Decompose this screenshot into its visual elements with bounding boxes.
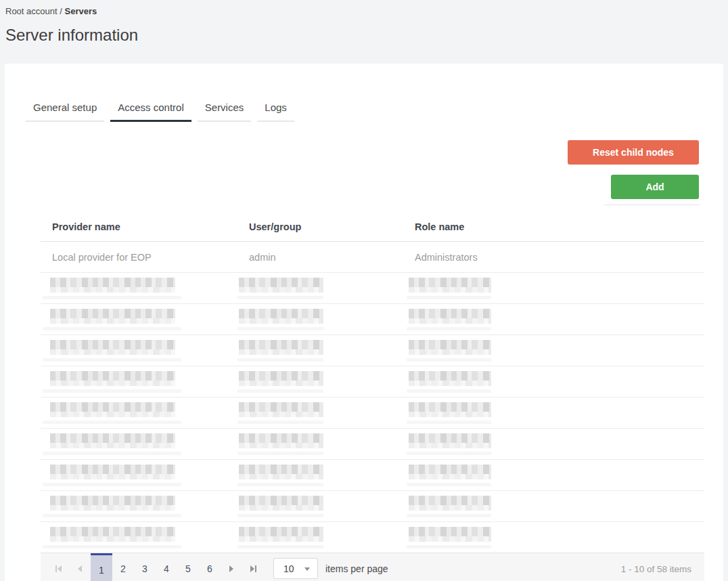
- redacted-block: [409, 371, 491, 381]
- redacted-block: [43, 514, 181, 517]
- cell-role-name-redacted: [403, 309, 569, 330]
- breadcrumb: Root account / Servers: [5, 6, 138, 16]
- table-row-redacted: [41, 429, 704, 460]
- redacted-block: [239, 318, 323, 324]
- redacted-block: [407, 327, 491, 330]
- redacted-block: [237, 452, 323, 455]
- redacted-block: [50, 496, 175, 505]
- pager-page-6[interactable]: 6: [199, 553, 221, 581]
- pager-page-1[interactable]: 1: [91, 553, 112, 581]
- pager-page-4[interactable]: 4: [156, 553, 177, 581]
- redacted-block: [239, 496, 323, 505]
- redacted-block: [43, 545, 181, 548]
- redacted-block: [409, 340, 491, 349]
- redacted-block: [239, 505, 323, 511]
- cell-role-name-redacted: [403, 402, 569, 424]
- cell-user-group-redacted: [237, 496, 403, 517]
- cell-provider-name-redacted: [41, 496, 237, 517]
- add-button[interactable]: Add: [611, 175, 699, 199]
- redacted-block: [43, 296, 181, 299]
- redacted-block: [407, 389, 491, 393]
- table-row-redacted: [41, 366, 704, 397]
- table-row: Local provider for EOPadminAdministrator…: [41, 242, 704, 273]
- redacted-block: [409, 474, 491, 479]
- pager-prev-button[interactable]: [69, 553, 91, 581]
- column-header-role-name[interactable]: Role name: [403, 221, 569, 232]
- redacted-block: [239, 474, 323, 479]
- redacted-block: [409, 402, 491, 412]
- redacted-block: [43, 389, 181, 393]
- reset-child-nodes-button[interactable]: Reset child nodes: [568, 140, 699, 165]
- breadcrumb-separator: /: [60, 6, 62, 16]
- tab-access-control[interactable]: Access control: [110, 93, 191, 122]
- redacted-block: [239, 349, 323, 355]
- pager-pages: 123456: [91, 553, 221, 581]
- breadcrumb-root-account[interactable]: Root account: [5, 6, 58, 16]
- tab-services[interactable]: Services: [198, 93, 252, 122]
- page-size-value: 10: [274, 563, 304, 574]
- redacted-block: [50, 505, 175, 511]
- access-control-grid: Provider nameUser/groupRole name Local p…: [41, 212, 704, 581]
- redacted-block: [239, 309, 323, 318]
- cell-role-name-redacted: [403, 527, 569, 548]
- pager-page-3[interactable]: 3: [134, 553, 156, 581]
- cell-user-group: admin: [237, 252, 403, 263]
- redacted-block: [43, 421, 181, 424]
- cell-user-group-redacted: [237, 309, 403, 330]
- pager-page-5[interactable]: 5: [177, 553, 199, 581]
- cell-role-name-redacted: [403, 371, 569, 393]
- redacted-block: [50, 371, 175, 381]
- redacted-block: [237, 421, 323, 424]
- redacted-block: [409, 536, 491, 542]
- redacted-block: [43, 483, 181, 486]
- redacted-block: [239, 371, 323, 381]
- redacted-block: [50, 340, 175, 349]
- redacted-block: [239, 287, 323, 293]
- items-per-page-label: items per page: [325, 563, 388, 574]
- redacted-block: [50, 465, 175, 474]
- pager-next-button[interactable]: [221, 553, 242, 581]
- redacted-block: [50, 474, 175, 479]
- redacted-block: [239, 536, 323, 542]
- redacted-block: [409, 287, 491, 293]
- pager-page-2[interactable]: 2: [112, 553, 134, 581]
- page-title: Server information: [5, 26, 138, 45]
- cell-user-group-redacted: [237, 402, 403, 424]
- redacted-block: [409, 318, 491, 324]
- tab-general-setup[interactable]: General setup: [26, 93, 104, 122]
- page-header: Root account / Servers Server informatio…: [5, 6, 138, 45]
- cell-role-name-redacted: [403, 278, 569, 299]
- cell-role-name-redacted: [403, 496, 569, 517]
- cell-user-group-redacted: [237, 371, 403, 393]
- redacted-block: [239, 278, 323, 287]
- redacted-block: [50, 527, 175, 536]
- column-header-user-group[interactable]: User/group: [237, 221, 403, 232]
- redacted-block: [239, 381, 323, 386]
- pager-range-info: 1 - 10 of 58 items: [621, 564, 691, 574]
- column-header-provider-name[interactable]: Provider name: [41, 221, 237, 232]
- cell-user-group-redacted: [237, 465, 403, 486]
- redacted-block: [407, 514, 491, 517]
- table-row-redacted: [41, 397, 704, 429]
- cell-provider-name-redacted: [41, 340, 237, 362]
- redacted-block: [50, 349, 175, 355]
- redacted-block: [239, 433, 323, 443]
- content-card: General setupAccess controlServicesLogs …: [5, 64, 723, 581]
- redacted-block: [407, 296, 491, 299]
- cell-user-group-redacted: [237, 340, 403, 362]
- redacted-block: [50, 278, 175, 287]
- cell-role-name-redacted: [403, 340, 569, 362]
- redacted-block: [50, 381, 175, 386]
- redacted-block: [409, 465, 491, 474]
- prev-page-icon: [78, 565, 82, 572]
- redacted-block: [409, 443, 491, 448]
- table-row-redacted: [41, 460, 704, 491]
- cell-provider-name-redacted: [41, 527, 237, 548]
- pager-last-button[interactable]: [242, 553, 264, 581]
- cell-provider-name-redacted: [41, 402, 237, 424]
- redacted-block: [409, 278, 491, 287]
- page-size-dropdown[interactable]: 10: [273, 558, 318, 579]
- tab-logs[interactable]: Logs: [257, 93, 294, 122]
- redacted-block: [239, 402, 323, 412]
- pager-first-button[interactable]: [47, 553, 69, 581]
